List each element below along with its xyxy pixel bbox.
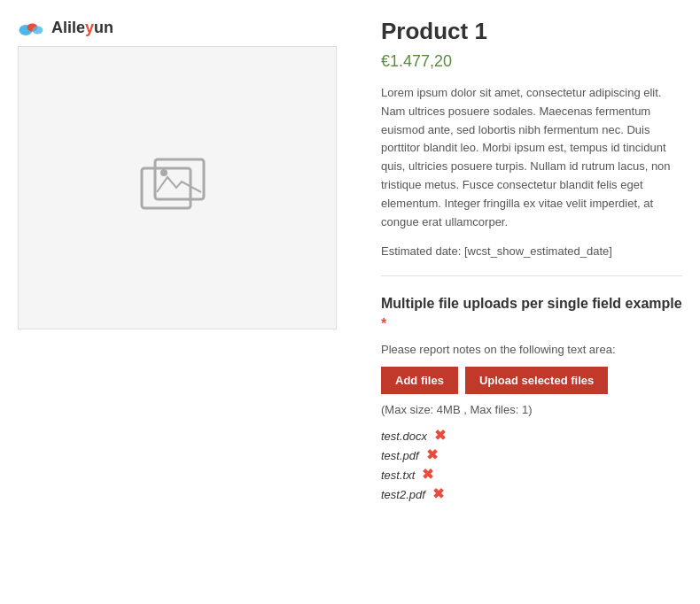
product-price: €1.477,20 (381, 52, 682, 71)
file-remove-button[interactable]: ✖ (432, 487, 444, 501)
file-item: test.txt✖ (381, 468, 682, 482)
product-image-col: Alileyun (18, 18, 363, 507)
upload-label: Please report notes on the following tex… (381, 343, 682, 356)
required-star: * (381, 316, 386, 331)
estimated-date: Estimated date: [wcst_show_estimated_dat… (381, 244, 682, 258)
max-size-info: (Max size: 4MB , Max files: 1) (381, 403, 682, 416)
file-item: test.docx✖ (381, 429, 682, 443)
upload-selected-button[interactable]: Upload selected files (465, 367, 608, 394)
logo-area: Alileyun (18, 18, 363, 37)
file-remove-button[interactable]: ✖ (434, 429, 446, 443)
product-detail-col: Product 1 €1.477,20 Lorem ipsum dolor si… (381, 18, 682, 507)
file-remove-button[interactable]: ✖ (426, 448, 438, 462)
file-name: test.docx (381, 430, 427, 443)
section-divider (381, 275, 682, 276)
logo-text: Alileyun (51, 19, 113, 37)
file-remove-button[interactable]: ✖ (422, 468, 433, 482)
file-item: test2.pdf✖ (381, 487, 682, 501)
product-image-box (18, 46, 337, 329)
upload-title-text: Multiple file uploads per single field e… (381, 296, 682, 311)
file-name: test.pdf (381, 449, 419, 462)
add-files-button[interactable]: Add files (381, 367, 458, 394)
product-description: Lorem ipsum dolor sit amet, consectetur … (381, 84, 682, 231)
logo-highlight: y (85, 19, 94, 36)
image-placeholder-icon (137, 155, 217, 221)
product-title: Product 1 (381, 18, 682, 45)
file-list: test.docx✖test.pdf✖test.txt✖test2.pdf✖ (381, 429, 682, 501)
svg-point-2 (33, 27, 43, 35)
svg-rect-4 (155, 159, 204, 199)
file-item: test.pdf✖ (381, 448, 682, 462)
file-name: test2.pdf (381, 488, 425, 501)
upload-button-row: Add files Upload selected files (381, 367, 682, 394)
upload-section-title: Multiple file uploads per single field e… (381, 294, 682, 334)
svg-point-5 (160, 169, 167, 176)
file-name: test.txt (381, 468, 415, 482)
logo-icon (18, 18, 44, 37)
